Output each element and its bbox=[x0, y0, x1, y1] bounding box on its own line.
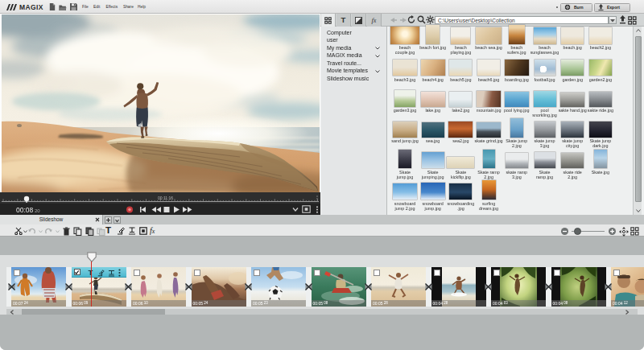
svg-text:00:11:16: 00:11:16 bbox=[158, 196, 173, 200]
